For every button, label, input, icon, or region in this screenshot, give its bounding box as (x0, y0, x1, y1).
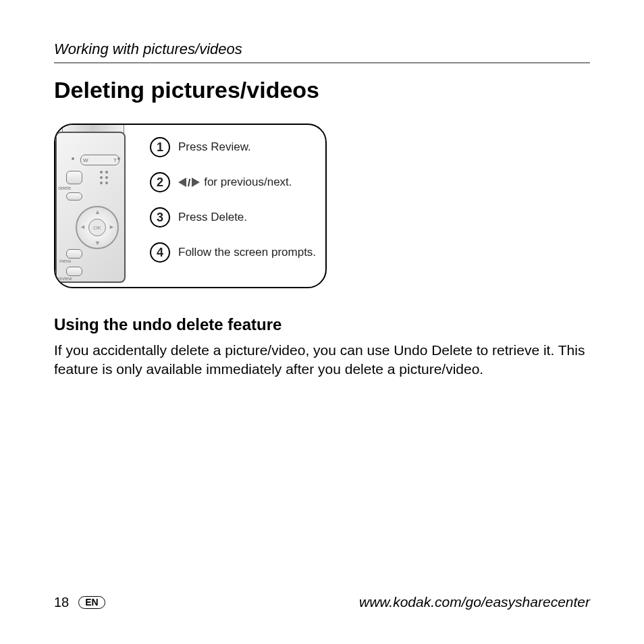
delete-button-icon (66, 171, 82, 184)
dpad-icon: ◄ ► ▲ ▼ OK (76, 206, 119, 249)
speaker-dot-icon (100, 176, 103, 179)
step-number: 2 (150, 172, 170, 192)
review-label: review (58, 276, 72, 281)
step-item: 4 Follow the screen prompts. (150, 242, 316, 263)
zoom-t-label: T (113, 157, 117, 163)
magnify-icon (117, 157, 120, 160)
right-arrow-icon (192, 178, 200, 187)
menu-label: menu (59, 259, 72, 263)
delete-label: delete (58, 186, 71, 190)
ok-button-icon: OK (88, 219, 106, 236)
step-text: Follow the screen prompts. (178, 246, 316, 259)
menu-button-icon (66, 249, 82, 259)
step-text: Press Review. (178, 140, 251, 154)
info-button-icon (66, 192, 82, 200)
camera-illustration: W T delete ◄ ► ▲ ▼ (54, 124, 143, 288)
slash-icon: / (188, 177, 190, 188)
divider (54, 62, 590, 63)
speaker-dot-icon (100, 182, 103, 184)
speaker-dot-icon (105, 176, 108, 179)
dpad-left-arrow-icon: ◄ (80, 223, 86, 230)
step-number: 3 (150, 207, 170, 227)
step-item: 3 Press Delete. (150, 207, 316, 227)
dpad-down-arrow-icon: ▼ (95, 240, 101, 246)
section-subheading: Using the undo delete feature (54, 315, 590, 334)
dpad-up-arrow-icon: ▲ (95, 209, 101, 215)
steps-list: 1 Press Review. 2 / for previous/next. 3… (150, 137, 316, 277)
left-arrow-icon (178, 178, 186, 187)
magnify-icon (72, 157, 74, 160)
dpad-right-arrow-icon: ► (109, 223, 115, 230)
step-number: 4 (150, 242, 170, 263)
review-button-icon (66, 267, 82, 276)
page-footer: 18 EN www.kodak.com/go/easysharecenter (54, 594, 590, 610)
footer-url: www.kodak.com/go/easysharecenter (359, 594, 590, 610)
chapter-heading: Working with pictures/videos (54, 41, 590, 58)
speaker-dot-icon (100, 171, 103, 173)
speaker-dot-icon (105, 182, 108, 184)
zoom-w-label: W (83, 157, 88, 163)
language-pill: EN (78, 596, 105, 609)
body-paragraph: If you accidentally delete a picture/vid… (54, 341, 590, 379)
footer-left: 18 EN (54, 595, 105, 610)
camera-body: W T delete ◄ ► ▲ ▼ (55, 132, 126, 283)
diagram-box: W T delete ◄ ► ▲ ▼ (54, 124, 327, 288)
svg-marker-1 (192, 178, 200, 187)
prev-next-arrows-icon: / (178, 177, 200, 188)
manual-page: Working with pictures/videos Deleting pi… (0, 0, 644, 644)
page-title: Deleting pictures/videos (54, 77, 590, 103)
step-number: 1 (150, 137, 170, 157)
page-number: 18 (54, 595, 69, 610)
step-text: Press Delete. (178, 211, 247, 224)
step-item: 2 / for previous/next. (150, 172, 316, 192)
zoom-rocker-icon: W T (80, 155, 119, 165)
speaker-dot-icon (105, 171, 108, 173)
step-item: 1 Press Review. (150, 137, 316, 157)
step-text: for previous/next. (204, 176, 292, 189)
svg-marker-0 (178, 178, 186, 187)
